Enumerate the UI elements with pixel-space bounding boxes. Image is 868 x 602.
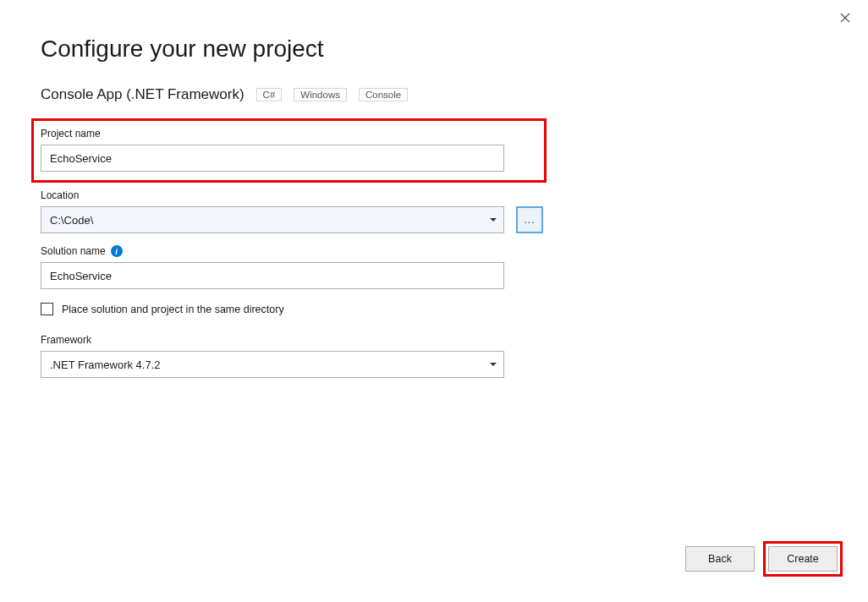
bottom-bar: Back Create bbox=[685, 541, 843, 577]
close-icon bbox=[840, 13, 850, 23]
tag-type: Console bbox=[359, 88, 408, 101]
same-directory-row: Place solution and project in the same d… bbox=[41, 303, 827, 315]
project-name-input[interactable] bbox=[41, 145, 504, 172]
dialog-content: Configure your new project Console App (… bbox=[0, 0, 868, 378]
project-name-label: Project name bbox=[41, 128, 537, 140]
close-button[interactable] bbox=[838, 10, 853, 25]
framework-value: .NET Framework 4.7.2 bbox=[50, 358, 161, 371]
create-button-highlight: Create bbox=[763, 541, 843, 577]
info-icon[interactable]: i bbox=[111, 245, 123, 257]
location-value: C:\Code\ bbox=[50, 214, 93, 227]
solution-name-input[interactable] bbox=[41, 262, 504, 289]
location-dropdown[interactable]: C:\Code\ bbox=[41, 206, 504, 233]
solution-name-group: Solution name i bbox=[41, 245, 827, 289]
create-button[interactable]: Create bbox=[768, 546, 838, 572]
same-directory-checkbox[interactable] bbox=[41, 303, 53, 315]
framework-group: Framework .NET Framework 4.7.2 bbox=[41, 334, 827, 378]
browse-button[interactable]: ... bbox=[516, 206, 543, 233]
chevron-down-icon bbox=[490, 218, 497, 222]
same-directory-label: Place solution and project in the same d… bbox=[62, 304, 284, 315]
solution-name-label: Solution name i bbox=[41, 245, 827, 257]
project-name-highlight: Project name bbox=[31, 118, 547, 183]
chevron-down-icon bbox=[490, 363, 497, 366]
dialog-title: Configure your new project bbox=[41, 36, 827, 63]
tag-language: C# bbox=[256, 88, 283, 101]
tag-platform: Windows bbox=[294, 88, 347, 101]
location-label: Location bbox=[41, 189, 827, 201]
framework-label: Framework bbox=[41, 334, 827, 346]
framework-dropdown[interactable]: .NET Framework 4.7.2 bbox=[41, 351, 504, 378]
location-group: Location C:\Code\ ... bbox=[41, 189, 827, 233]
template-row: Console App (.NET Framework) C# Windows … bbox=[41, 86, 827, 103]
solution-name-label-text: Solution name bbox=[41, 245, 106, 257]
back-button[interactable]: Back bbox=[685, 546, 755, 572]
template-name: Console App (.NET Framework) bbox=[41, 86, 244, 103]
